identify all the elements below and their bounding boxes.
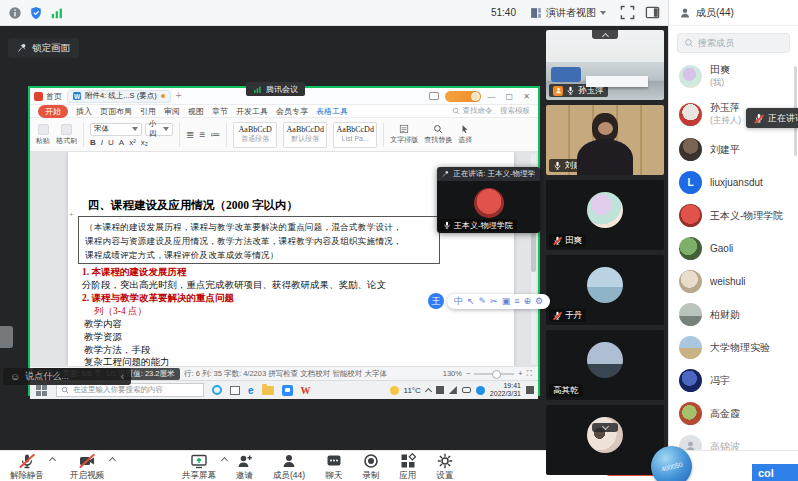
annotation-tool-icon[interactable]: ✂	[490, 297, 498, 306]
clock[interactable]: 19:412022/3/31	[490, 382, 521, 398]
ribbon-tab[interactable]: 页面布局	[100, 106, 132, 117]
tray-expand-icon[interactable]	[425, 387, 432, 394]
document-tab[interactable]: W 附件4: 线上...S (要点)	[67, 90, 171, 103]
char-tool[interactable]: x²	[129, 138, 136, 147]
video-tile[interactable]: 高其乾	[546, 330, 664, 400]
annotation-tool-icon[interactable]: ✎	[479, 297, 487, 306]
paste-button[interactable]: 粘贴	[36, 124, 50, 146]
member-row[interactable]: 高锦波	[669, 430, 798, 450]
collapse-chevron-icon[interactable]: ‹	[121, 371, 124, 382]
member-row[interactable]: 高金霞	[669, 397, 798, 430]
annotation-user-badge[interactable]: 王	[428, 293, 444, 309]
wps-home-tab[interactable]: 首页	[34, 91, 62, 102]
ribbon-search[interactable]: 查找命令、搜索模板	[452, 106, 531, 116]
find-replace-tool[interactable]: 查找替换	[424, 124, 452, 145]
bullet-chat-input[interactable]: ☺ 说点什么... ‹	[3, 368, 131, 385]
toolbar-share-button[interactable]: 共享屏幕	[180, 453, 218, 481]
tray-network-icon[interactable]	[449, 386, 457, 394]
cortana-icon[interactable]	[212, 385, 222, 395]
char-tool[interactable]: U	[108, 138, 114, 147]
file-explorer-icon[interactable]	[262, 386, 274, 395]
font-size-select[interactable]: 小四	[145, 123, 173, 136]
char-tool[interactable]: x₂	[141, 138, 148, 147]
new-tab-button[interactable]: +	[176, 91, 182, 101]
member-row[interactable]: weishuli	[669, 265, 798, 298]
member-row[interactable]: 柏财勋	[669, 298, 798, 331]
member-row[interactable]: Gaoli	[669, 232, 798, 265]
wps-app-icon[interactable]: W	[301, 385, 311, 396]
toolbar-apps-button[interactable]: 应用	[397, 453, 418, 481]
task-view-icon[interactable]	[230, 386, 240, 395]
toolbar-cam-button[interactable]: 开启视频	[68, 453, 106, 481]
video-tile[interactable]: 田爽	[546, 180, 664, 250]
annotation-tool-icon[interactable]: ≡	[514, 297, 519, 306]
text-layout-tool[interactable]: 文字排版	[390, 124, 418, 145]
side-panel-toggle-button[interactable]	[645, 5, 660, 20]
char-tool[interactable]: B	[90, 138, 96, 147]
collapse-strip-button[interactable]	[592, 30, 618, 39]
meeting-info-icon[interactable]	[8, 6, 22, 20]
zoom-in-button[interactable]: +	[518, 369, 522, 378]
toolbar-chat-button[interactable]: 聊天	[323, 453, 344, 481]
pin-icon[interactable]	[442, 170, 449, 178]
status-items[interactable]: 行: 6 列: 35 字数: 4/2203 拼写检查 文档校对 智能校对 大字体	[184, 369, 387, 379]
annotation-tool-icon[interactable]: 中	[454, 297, 463, 306]
select-tool[interactable]: 选择	[458, 124, 472, 145]
char-tool[interactable]: I	[101, 138, 103, 147]
annotation-tool-icon[interactable]: ⊕	[523, 297, 531, 306]
chevron-up-icon[interactable]	[109, 457, 116, 464]
tray-battery-icon[interactable]	[462, 387, 471, 393]
wps-account-button[interactable]	[445, 91, 481, 102]
ribbon-tab[interactable]: 开发工具	[236, 106, 268, 117]
fit-page-icon[interactable]: ⛶	[527, 369, 532, 379]
member-search-input[interactable]: 搜索成员	[677, 33, 790, 53]
ribbon-tab[interactable]: 视图	[188, 106, 204, 117]
character-format-tools[interactable]: BIUAx²x₂	[90, 138, 173, 147]
zoom-out-button[interactable]: −	[466, 369, 470, 378]
video-tile[interactable]: 孙玉萍	[546, 30, 664, 100]
ribbon-tab[interactable]: 开始	[38, 105, 68, 118]
toolbar-settings-button[interactable]: 设置	[434, 453, 455, 481]
video-tile[interactable]	[546, 405, 664, 475]
annotation-tool-icon[interactable]: ⚙	[535, 297, 543, 306]
toolbar-members-button[interactable]: 成员(44)	[271, 453, 307, 481]
style-preset-2[interactable]: AaBbCcDd默认段落	[283, 122, 327, 148]
member-row[interactable]: 田爽(我)	[669, 57, 798, 95]
annotation-tool-icon[interactable]: ↖	[467, 297, 475, 306]
member-row[interactable]: Lliuxjuansdut	[669, 166, 798, 199]
toolbar-mic-button[interactable]: 解除静音	[8, 453, 46, 481]
member-row[interactable]: 王本义-物理学院	[669, 199, 798, 232]
taskbar-search-box[interactable]: 在这里输入你要搜索的内容	[56, 383, 204, 397]
edge-browser-icon[interactable]: e	[248, 385, 254, 396]
format-painter-button[interactable]: 格式刷	[56, 124, 77, 146]
network-signal-icon[interactable]	[50, 6, 64, 20]
security-shield-icon[interactable]	[29, 6, 43, 20]
reader-mode-icon[interactable]	[429, 92, 439, 100]
style-preset-3[interactable]: AaBbCcDdList Pa...	[333, 122, 377, 148]
zoom-slider[interactable]	[474, 373, 514, 375]
lock-view-button[interactable]: 锁定画面	[8, 38, 79, 58]
chevron-up-icon[interactable]	[221, 457, 228, 464]
member-row[interactable]: 刘建平	[669, 133, 798, 166]
annotation-tool-icon[interactable]: ▣	[502, 297, 511, 306]
member-row[interactable]: 大学物理实验	[669, 331, 798, 364]
video-tile[interactable]: 刘建平	[546, 105, 664, 175]
ribbon-tab[interactable]: 插入	[76, 106, 92, 117]
font-name-select[interactable]: 宋体	[90, 123, 142, 136]
meeting-app-icon[interactable]	[282, 385, 293, 396]
table-handle-icon[interactable]: +	[69, 210, 74, 219]
ribbon-tab[interactable]: 章节	[212, 106, 228, 117]
tray-app-icon[interactable]	[476, 386, 485, 395]
char-tool[interactable]: A	[119, 138, 124, 147]
tray-mic-icon[interactable]	[436, 386, 444, 394]
scroll-strip-button[interactable]	[592, 423, 618, 432]
emoji-icon[interactable]: ☺	[10, 372, 20, 382]
weather-sun-icon[interactable]	[390, 386, 399, 395]
notification-center-icon[interactable]	[526, 386, 534, 394]
windows-start-button[interactable]	[34, 384, 48, 396]
fullscreen-button[interactable]	[620, 5, 635, 20]
style-preset-1[interactable]: AaBbCcD普通段落	[233, 122, 277, 148]
collapsed-panel-handle[interactable]	[0, 326, 13, 348]
chevron-up-icon[interactable]	[49, 457, 56, 464]
paragraph-tools[interactable]: ≣≡≔	[186, 129, 220, 140]
